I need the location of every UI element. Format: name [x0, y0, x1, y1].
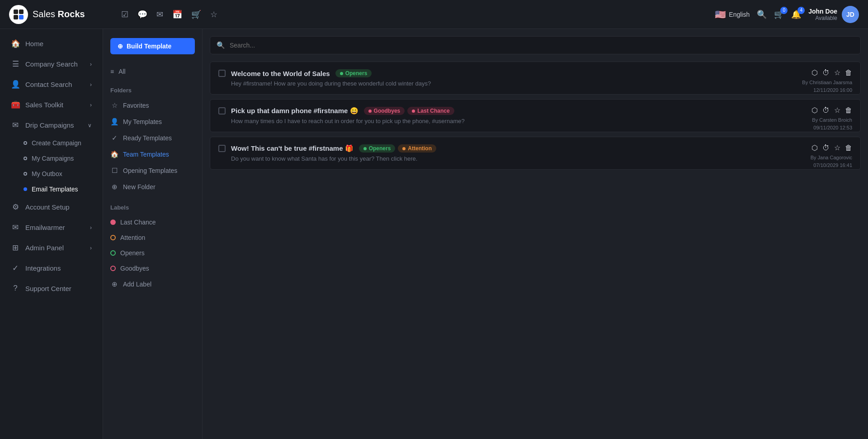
panel-item-new-folder[interactable]: ⊕ New Folder — [103, 179, 202, 195]
template-1-actions: ⬡ ⏱ ☆ 🗑 By Christiaan Jaarsma 12/11/2020… — [802, 68, 852, 94]
sidebar-item-admin-panel[interactable]: ⊞ Admin Panel › — [2, 238, 101, 258]
delete-icon-1[interactable]: 🗑 — [845, 69, 852, 77]
openers-dot — [110, 250, 116, 256]
template-3-body: Do you want to know what Santa has for y… — [218, 155, 852, 162]
notif-badge: 4 — [797, 7, 805, 14]
panel-item-opening-templates[interactable]: ☐ Opening Templates — [103, 162, 202, 179]
template-3-checkbox[interactable] — [218, 145, 226, 152]
panel-item-openers[interactable]: Openers — [103, 245, 202, 261]
svg-rect-3 — [19, 15, 24, 19]
star-nav-icon[interactable]: ☆ — [210, 10, 217, 19]
sidebar-item-email-templates[interactable]: Email Templates — [24, 181, 103, 197]
template-2-body: How many times do I have to reach out in… — [218, 118, 852, 124]
template-2-action-row: ⬡ ⏱ ☆ 🗑 — [811, 106, 852, 115]
clock-icon-3[interactable]: ⏱ — [822, 144, 830, 152]
sub-dot-icon-outbox — [24, 172, 27, 176]
main-layout: 🏠 Home ☰ Company Search › 👤 Contact Sear… — [0, 29, 868, 439]
sidebar-item-company-search[interactable]: ☰ Company Search › — [2, 54, 101, 74]
ready-templates-icon: ✓ — [110, 134, 118, 142]
panel-item-attention[interactable]: Attention — [103, 230, 202, 245]
last-chance-dot — [110, 220, 116, 225]
chat-nav-icon[interactable]: 💬 — [137, 10, 147, 19]
template-1-body: Hey #firstname! How are you doing during… — [218, 80, 852, 87]
cart-nav-icon[interactable]: 🛒 — [191, 10, 201, 19]
sub-dot-icon-email-templates — [24, 187, 27, 191]
panel-label-ready-templates: Ready Templates — [123, 134, 172, 142]
search-button[interactable]: 🔍 — [757, 10, 767, 19]
template-3-tag-attention[interactable]: Attention — [398, 144, 436, 153]
panel-item-team-templates[interactable]: 🏠 Team Templates — [103, 146, 202, 162]
user-profile[interactable]: John Doe Available JD — [808, 6, 859, 23]
panel-item-goodbyes[interactable]: Goodbyes — [103, 261, 202, 276]
language-selector[interactable]: 🇺🇸 English — [715, 9, 750, 20]
panel-all-item[interactable]: ≡ All — [103, 63, 202, 80]
svg-rect-0 — [14, 10, 18, 14]
sidebar-item-integrations[interactable]: ✓ Integrations — [2, 258, 101, 278]
notifications-button[interactable]: 🔔 4 — [791, 10, 801, 19]
sidebar-label-admin-panel: Admin Panel — [25, 244, 85, 252]
panel-label-new-folder: New Folder — [123, 183, 156, 191]
build-template-btn-wrap: ⊕ Build Template — [103, 38, 202, 63]
chevron-right-icon-emailwarmer: › — [90, 224, 92, 231]
sales-toolkit-icon: 🧰 — [11, 100, 20, 110]
sidebar-item-contact-search[interactable]: 👤 Contact Search › — [2, 74, 101, 95]
company-search-icon: ☰ — [11, 59, 20, 69]
checkbox-nav-icon[interactable]: ☑ — [121, 10, 128, 19]
account-setup-icon: ⚙ — [11, 202, 20, 212]
contact-search-icon: 👤 — [11, 80, 20, 89]
panel-item-last-chance[interactable]: Last Chance — [103, 215, 202, 230]
share-icon-1[interactable]: ⬡ — [811, 68, 818, 77]
template-2-tag-last-chance[interactable]: Last Chance — [407, 107, 454, 115]
sidebar-label-company-search: Company Search — [25, 60, 85, 68]
template-1-date: 12/11/2020 16:00 — [802, 86, 852, 94]
last-chance-tag-dot — [412, 110, 415, 113]
cart-button[interactable]: 🛒 0 — [774, 10, 784, 19]
clock-icon-1[interactable]: ⏱ — [822, 69, 830, 77]
sidebar-item-my-campaigns[interactable]: My Campaigns — [24, 151, 103, 166]
template-card-1: Welcome to the World of Sales Openers He… — [210, 62, 861, 95]
share-icon-2[interactable]: ⬡ — [811, 106, 818, 115]
sidebar-item-account-setup[interactable]: ⚙ Account Setup — [2, 197, 101, 217]
emailwarmer-icon: ✉ — [11, 223, 20, 232]
mail-nav-icon[interactable]: ✉ — [156, 10, 163, 19]
template-2-tag-goodbyes[interactable]: Goodbyes — [364, 107, 405, 115]
sidebar-item-support-center[interactable]: ? Support Center — [2, 278, 101, 298]
support-center-icon: ? — [11, 284, 20, 293]
sub-dot-icon-campaigns — [24, 157, 27, 160]
folders-section-title: Folders — [103, 80, 202, 97]
my-templates-icon: 👤 — [110, 118, 118, 126]
sidebar-item-drip-campaigns[interactable]: ✉ Drip Campaigns ∨ — [2, 115, 101, 135]
sidebar-item-emailwarmer[interactable]: ✉ Emailwarmer › — [2, 217, 101, 238]
sidebar-item-create-campaign[interactable]: Create Campaign — [24, 135, 103, 151]
template-3-action-row: ⬡ ⏱ ☆ 🗑 — [811, 143, 852, 152]
panel-item-my-templates[interactable]: 👤 My Templates — [103, 114, 202, 130]
share-icon-3[interactable]: ⬡ — [811, 143, 818, 152]
template-3-tag-openers[interactable]: Openers — [359, 144, 396, 153]
sidebar-item-my-outbox[interactable]: My Outbox — [24, 166, 103, 181]
sidebar-label-integrations: Integrations — [25, 264, 92, 272]
star-icon-3[interactable]: ☆ — [834, 143, 840, 152]
search-input[interactable] — [230, 42, 854, 49]
sidebar-item-sales-toolkit[interactable]: 🧰 Sales Toolkit › — [2, 95, 101, 115]
panel-label-add: Add Label — [123, 281, 151, 288]
sidebar-item-home[interactable]: 🏠 Home — [2, 33, 101, 54]
star-icon-2[interactable]: ☆ — [834, 106, 840, 115]
star-icon-1[interactable]: ☆ — [834, 68, 840, 77]
template-1-tag-openers[interactable]: Openers — [335, 69, 372, 77]
panel-item-ready-templates[interactable]: ✓ Ready Templates — [103, 130, 202, 146]
attention-dot — [110, 235, 116, 240]
user-name: John Doe — [808, 8, 837, 15]
clock-icon-2[interactable]: ⏱ — [822, 106, 830, 115]
delete-icon-3[interactable]: 🗑 — [845, 144, 852, 152]
chevron-right-icon: › — [90, 61, 92, 67]
template-3-meta: By Jana Cagorovic 07/10/2029 16:41 — [811, 154, 852, 169]
template-1-checkbox[interactable] — [218, 70, 226, 77]
panel-item-favorites[interactable]: ☆ Favorites — [103, 97, 202, 114]
template-card-2: Pick up that damn phone #firstname 😄 Goo… — [210, 99, 861, 132]
calendar-nav-icon[interactable]: 📅 — [172, 10, 182, 19]
panel-item-add-label[interactable]: ⊕ Add Label — [103, 276, 202, 292]
build-template-button[interactable]: ⊕ Build Template — [110, 38, 195, 54]
template-2-checkbox[interactable] — [218, 107, 226, 115]
drip-campaigns-submenu: Create Campaign My Campaigns My Outbox E… — [0, 135, 103, 197]
delete-icon-2[interactable]: 🗑 — [845, 106, 852, 115]
